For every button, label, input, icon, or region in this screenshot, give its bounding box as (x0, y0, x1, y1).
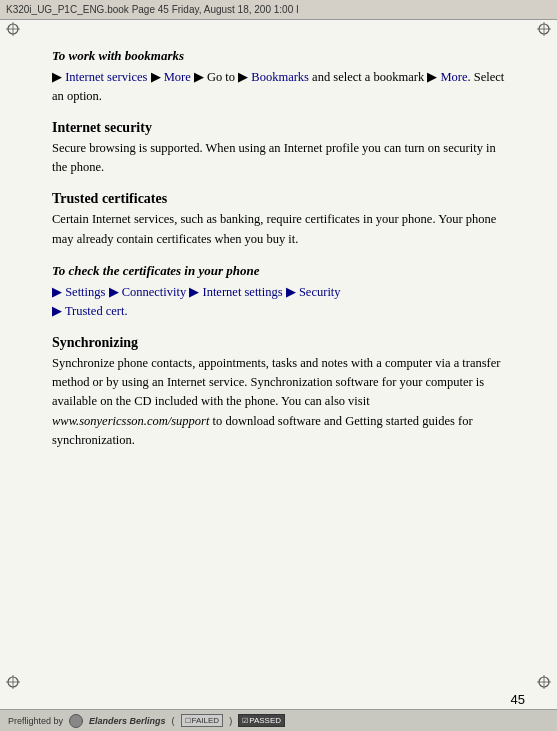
synchronizing-heading: Synchronizing (52, 335, 505, 351)
preflight-icon (69, 714, 83, 728)
bookmarks-link[interactable]: Bookmarks (251, 70, 309, 84)
more-link-2[interactable]: More (440, 70, 467, 84)
nav-arrow-2: ▶ (147, 70, 163, 84)
passed-badge: ☑ PASSED (238, 714, 285, 727)
trusted-certs-body: Certain Internet services, such as banki… (52, 210, 505, 249)
failed-label: FAILED (192, 716, 220, 725)
synchronizing-body: Synchronize phone contacts, appointments… (52, 354, 505, 451)
check-certs-heading: To check the certificates in your phone (52, 263, 505, 279)
preflight-label: Preflighted by (8, 716, 63, 726)
more-link-1[interactable]: More (164, 70, 191, 84)
check-certs-nav-line1: ▶ Settings ▶ Connectivity ▶ Internet set… (52, 285, 341, 299)
content-area: To work with bookmarks ▶ Internet servic… (0, 20, 557, 709)
bookmarks-heading: To work with bookmarks (52, 48, 505, 64)
header-title: K320i_UG_P1C_ENG.book Page 45 Friday, Au… (6, 4, 299, 15)
section-trusted-certs: Trusted certificates Certain Internet se… (52, 191, 505, 249)
sync-url: www.sonyericsson.com/support (52, 414, 209, 428)
failed-badge: ☐ FAILED (181, 714, 224, 727)
internet-security-heading: Internet security (52, 120, 505, 136)
internet-services-link[interactable]: Internet services (65, 70, 147, 84)
nav-text-goto: ▶ Go to ▶ (191, 70, 252, 84)
preflight-bar: Preflighted by Elanders Berlings ( ☐ FAI… (0, 709, 557, 731)
paren-close: ) (229, 716, 232, 726)
check-certs-nav-line2: ▶ Trusted cert. (52, 304, 128, 318)
preflight-logo: Elanders Berlings (89, 716, 166, 726)
section-synchronizing: Synchronizing Synchronize phone contacts… (52, 335, 505, 451)
passed-label: PASSED (249, 716, 281, 725)
trusted-certs-heading: Trusted certificates (52, 191, 505, 207)
section-bookmarks: To work with bookmarks ▶ Internet servic… (52, 48, 505, 106)
section-check-certs: To check the certificates in your phone … (52, 263, 505, 321)
section-internet-security: Internet security Secure browsing is sup… (52, 120, 505, 178)
header-bar: K320i_UG_P1C_ENG.book Page 45 Friday, Au… (0, 0, 557, 20)
check-certs-nav: ▶ Settings ▶ Connectivity ▶ Internet set… (52, 283, 505, 321)
internet-security-body: Secure browsing is supported. When using… (52, 139, 505, 178)
nav-text-and: and select a bookmark ▶ (309, 70, 440, 84)
elanders-berlings: Elanders Berlings (89, 716, 166, 726)
nav-arrow-1: ▶ (52, 70, 65, 84)
paren-open: ( (172, 716, 175, 726)
bookmarks-nav: ▶ Internet services ▶ More ▶ Go to ▶ Boo… (52, 68, 505, 106)
page-container: K320i_UG_P1C_ENG.book Page 45 Friday, Au… (0, 0, 557, 731)
page-number: 45 (511, 692, 525, 707)
